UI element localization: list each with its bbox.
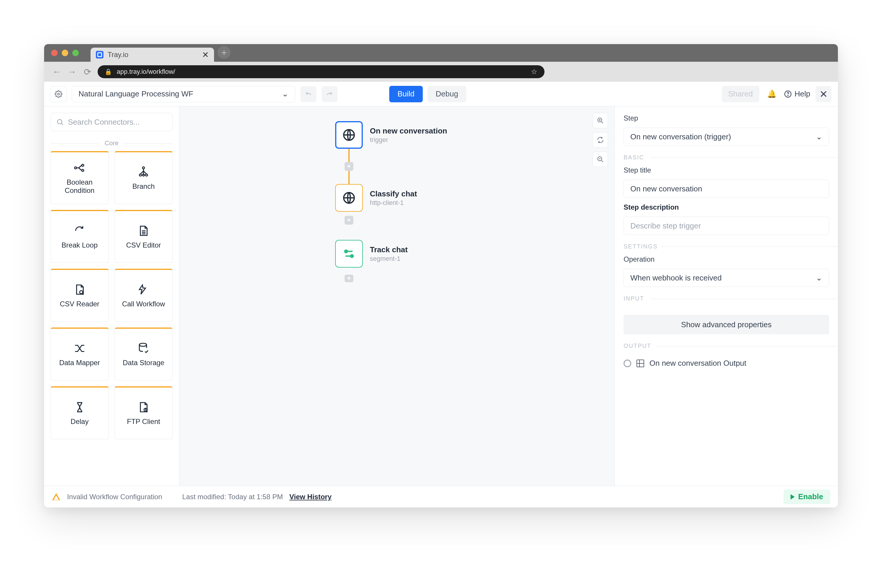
connector-data-storage[interactable]: Data Storage [115,327,173,380]
connector-call-workflow[interactable]: Call Workflow [115,269,173,322]
canvas-tools [593,113,608,167]
search-input[interactable]: Search Connectors... [51,113,172,131]
node-subtitle: segment-1 [370,255,408,262]
new-tab-button[interactable]: ＋ [218,46,231,59]
step-title-input[interactable]: On new conversation [624,180,829,198]
maximize-window-icon[interactable] [72,50,79,56]
undo-button[interactable] [300,86,316,102]
connector-csv-reader[interactable]: CSV Reader [51,269,109,322]
properties-panel: Step On new conversation (trigger) ⌄ BAS… [615,106,838,486]
sidebar: Search Connectors... Core Boolean Condit… [44,106,179,486]
close-window-icon[interactable] [51,50,58,56]
connector-boolean-condition[interactable]: Boolean Condition [51,151,109,204]
app-toolbar: Natural Language Processing WF ⌄ Build D… [44,82,838,106]
warning-icon [52,492,61,501]
advanced-properties-button[interactable]: Show advanced properties [624,315,829,334]
warning-text: Invalid Workflow Configuration [67,493,162,501]
svg-point-10 [146,174,148,176]
zoom-out-button[interactable] [593,152,608,167]
connector-break-loop[interactable]: Break Loop [51,210,109,263]
step-description-label: Step description [624,203,829,212]
connector-branch[interactable]: Branch [115,151,173,204]
svg-point-7 [142,167,145,169]
step-select[interactable]: On new conversation (trigger) ⌄ [624,128,829,146]
status-bar: Invalid Workflow Configuration Last modi… [44,486,838,507]
segment-icon [335,240,363,267]
connector-delay[interactable]: Delay [51,386,109,439]
workflow-flow: On new conversation trigger + Classify c… [335,121,447,282]
svg-point-11 [80,291,83,294]
node-title: Classify chat [370,189,417,198]
add-step-button[interactable]: + [345,274,353,282]
build-tab[interactable]: Build [389,86,423,102]
settings-section: SETTINGS [624,243,829,250]
node-subtitle: http-client-1 [370,199,417,207]
node-subtitle: trigger [370,136,447,144]
debug-tab[interactable]: Debug [428,86,466,102]
close-panel-button[interactable]: ✕ [816,86,831,102]
node-title: Track chat [370,245,408,254]
view-history-link[interactable]: View History [289,493,332,501]
workflow-node-classify[interactable]: Classify chat http-client-1 [335,184,417,212]
add-step-button[interactable]: + [345,162,353,171]
workflow-node-track[interactable]: Track chat segment-1 [335,240,408,267]
add-step-button[interactable]: + [345,216,353,225]
tab-title: Tray.io [108,51,198,59]
svg-point-12 [140,343,147,346]
svg-point-2 [788,95,788,96]
globe-icon [335,184,363,212]
svg-rect-21 [56,498,57,499]
lock-icon: 🔒 [105,68,112,75]
core-section-label: Core [44,140,179,147]
svg-point-6 [82,170,84,171]
tray-favicon-icon [96,51,104,58]
operation-label: Operation [624,255,829,263]
settings-button[interactable] [51,86,66,102]
connector-grid: Boolean Condition Branch Break Loop CSV … [44,151,179,439]
radio-icon[interactable] [624,360,631,367]
bell-icon[interactable]: 🔔 [765,89,779,99]
play-icon [790,494,795,500]
svg-point-8 [140,174,141,176]
connector-csv-editor[interactable]: CSV Editor [115,210,173,263]
chevron-down-icon: ⌄ [282,89,288,99]
url-bar[interactable]: 🔒 app.tray.io/workflow/ ☆ [98,65,544,78]
connector-data-mapper[interactable]: Data Mapper [51,327,109,380]
step-description-input[interactable]: Describe step trigger [624,217,829,235]
app-body: Search Connectors... Core Boolean Condit… [44,106,838,486]
svg-rect-20 [56,496,57,498]
back-icon[interactable]: ← [52,67,62,77]
node-title: On new conversation [370,126,447,135]
reload-icon[interactable]: ⟳ [82,67,92,77]
redo-button[interactable] [322,86,338,102]
output-row[interactable]: On new conversation Output [624,358,829,368]
connector-ftp-client[interactable]: FTP Client [115,386,173,439]
output-section: OUTPUT [624,342,829,349]
step-title-label: Step title [624,166,829,174]
operation-select[interactable]: When webhook is received ⌄ [624,269,829,287]
browser-tabstrip: Tray.io ✕ ＋ [44,44,838,62]
svg-point-18 [345,250,348,253]
enable-button[interactable]: Enable [783,489,830,504]
close-tab-icon[interactable]: ✕ [202,50,209,60]
grid-icon [636,360,644,367]
workflow-name: Natural Language Processing WF [78,89,193,99]
zoom-in-button[interactable] [593,113,608,128]
fit-view-button[interactable] [593,132,608,148]
search-placeholder: Search Connectors... [68,118,140,127]
shared-button[interactable]: Shared [722,86,759,102]
svg-point-5 [82,164,84,166]
forward-icon[interactable]: → [67,67,77,77]
workflow-canvas[interactable]: On new conversation trigger + Classify c… [179,106,615,486]
help-button[interactable]: Help [784,89,810,99]
window-controls [51,44,90,62]
input-section: INPUT [624,295,829,302]
url-text: app.tray.io/workflow/ [117,68,526,75]
minimize-window-icon[interactable] [62,50,68,56]
browser-tab[interactable]: Tray.io ✕ [90,48,214,62]
workflow-node-trigger[interactable]: On new conversation trigger [335,121,447,149]
bookmark-icon[interactable]: ☆ [531,68,537,76]
workflow-select[interactable]: Natural Language Processing WF ⌄ [72,86,295,102]
globe-icon [335,121,363,149]
svg-point-3 [57,119,62,124]
